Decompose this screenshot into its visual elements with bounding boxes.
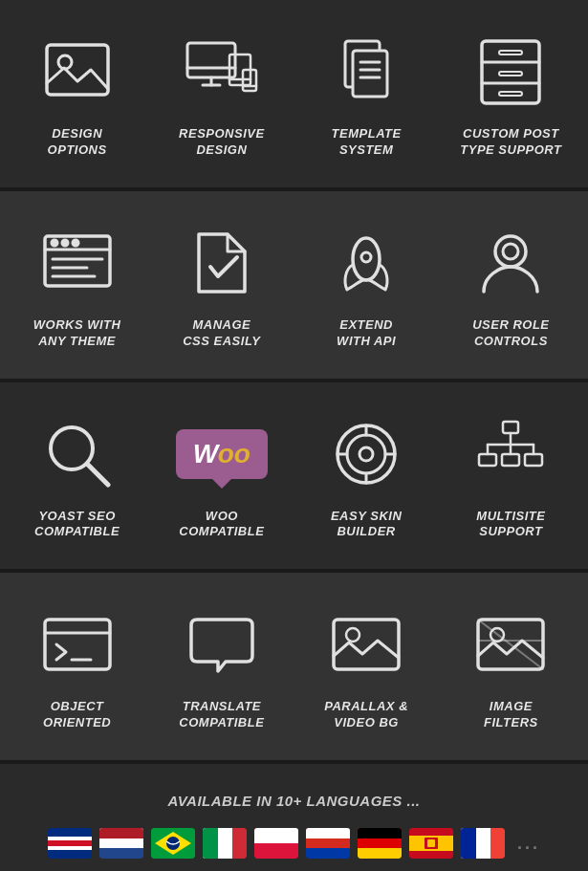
svg-point-29 [353, 238, 380, 280]
languages-title: AVAILABLE IN 10+ LANGUAGES ... [19, 793, 569, 809]
svg-rect-73 [203, 828, 218, 859]
parallax-icon [323, 601, 409, 687]
feature-row-4: OBJECTORIENTED TRANSLATECOMPATIBLE PARAL… [0, 573, 588, 760]
svg-point-37 [359, 447, 373, 461]
feature-works-theme: WORKS WITHANY THEME [10, 210, 144, 359]
svg-rect-51 [45, 620, 110, 669]
svg-point-32 [503, 244, 518, 259]
more-languages: ... [517, 834, 540, 854]
feature-row-3: YOAST SEOCOMPATIBLE Woo WOOCOMPATIBLE EA… [0, 382, 588, 570]
works-theme-label: WORKS WITHANY THEME [33, 317, 121, 350]
object-label: OBJECTORIENTED [43, 699, 111, 731]
feature-user-role: USER ROLECONTROLS [444, 210, 578, 359]
translate-icon [179, 601, 265, 687]
image-filters-label: IMAGEFILTERS [484, 699, 538, 731]
svg-point-23 [52, 240, 57, 246]
skin-label: EASY SKINBUILDER [331, 509, 402, 541]
custom-post-label: CUSTOM POSTTYPE SUPPORT [460, 126, 561, 159]
feature-translate: TRANSLATECOMPATIBLE [154, 592, 289, 741]
woo-icon: Woo [179, 411, 265, 497]
feature-image-filters: IMAGEFILTERS [444, 592, 578, 741]
svg-rect-0 [47, 45, 108, 95]
svg-rect-48 [479, 454, 496, 466]
feature-design-options: DESIGN OPTIONS [10, 19, 144, 168]
feature-row-1: DESIGN OPTIONS RESPONSIVEDESIGN [0, 0, 588, 187]
flag-germany [358, 828, 402, 859]
svg-point-31 [495, 236, 526, 267]
theme-icon [34, 220, 120, 306]
svg-line-58 [478, 620, 543, 669]
responsive-label: RESPONSIVEDESIGN [179, 126, 265, 159]
flag-russia [306, 828, 350, 859]
design-options-label: DESIGN OPTIONS [48, 126, 107, 159]
svg-point-24 [62, 240, 68, 246]
svg-rect-19 [499, 72, 522, 76]
multisite-label: MULTISITESUPPORT [476, 509, 545, 541]
svg-point-55 [346, 628, 359, 642]
user-role-label: USER ROLECONTROLS [472, 317, 549, 350]
feature-css: MANAGECSS EASILY [154, 210, 289, 359]
svg-rect-20 [499, 92, 522, 96]
svg-rect-54 [334, 620, 399, 669]
feature-object: OBJECTORIENTED [10, 592, 144, 741]
feature-custom-post: CUSTOM POSTTYPE SUPPORT [444, 19, 578, 168]
responsive-icon [179, 29, 265, 115]
svg-rect-85 [427, 839, 435, 847]
flag-poland [254, 828, 298, 859]
feature-yoast: YOAST SEOCOMPATIBLE [10, 402, 144, 551]
woo-label: WOOCOMPATIBLE [179, 509, 264, 541]
svg-rect-81 [358, 828, 402, 838]
translate-label: TRANSLATECOMPATIBLE [179, 699, 264, 731]
multisite-icon [468, 411, 554, 497]
svg-point-36 [347, 435, 385, 473]
svg-rect-88 [461, 828, 476, 859]
api-label: EXTENDWITH API [337, 317, 396, 350]
flag-costa-rica [48, 828, 92, 859]
svg-rect-63 [48, 837, 92, 840]
user-role-icon [468, 220, 554, 306]
terminal-icon [34, 601, 120, 687]
svg-rect-42 [503, 422, 518, 433]
languages-section: AVAILABLE IN 10+ LANGUAGES ... [0, 764, 588, 871]
svg-rect-67 [99, 828, 143, 838]
search-icon [34, 411, 120, 497]
svg-line-34 [87, 464, 108, 485]
feature-woo: Woo WOOCOMPATIBLE [154, 402, 289, 551]
yoast-label: YOAST SEOCOMPATIBLE [34, 509, 120, 541]
flag-italy [203, 828, 247, 859]
svg-rect-49 [502, 454, 519, 466]
flag-brazil [151, 828, 195, 859]
svg-point-30 [361, 252, 371, 262]
api-icon [323, 220, 409, 306]
feature-api: EXTENDWITH API [299, 210, 434, 359]
flags-row: ... [19, 828, 569, 859]
template-icon [323, 29, 409, 115]
feature-template: TEMPLATESYSTEM [299, 19, 434, 168]
feature-responsive: RESPONSIVEDESIGN [154, 19, 289, 168]
svg-rect-18 [499, 51, 522, 54]
feature-row-2: WORKS WITHANY THEME MANAGECSS EASILY EXT… [0, 191, 588, 379]
flag-spain [409, 828, 453, 859]
flag-netherlands [99, 828, 143, 859]
svg-rect-64 [48, 846, 92, 850]
flag-france [461, 828, 505, 859]
css-label: MANAGECSS EASILY [183, 317, 260, 350]
image-icon [34, 29, 120, 115]
feature-multisite: MULTISITESUPPORT [444, 402, 578, 551]
post-type-icon [468, 29, 554, 115]
parallax-label: PARALLAX &VIDEO BG [324, 699, 408, 731]
css-icon [179, 220, 265, 306]
svg-point-25 [73, 240, 78, 246]
svg-rect-75 [254, 828, 298, 843]
svg-rect-50 [525, 454, 542, 466]
template-label: TEMPLATESYSTEM [332, 126, 402, 159]
feature-parallax: PARALLAX &VIDEO BG [299, 592, 434, 741]
skin-icon [323, 411, 409, 497]
svg-rect-11 [353, 51, 387, 97]
image-filter-icon [468, 601, 554, 687]
svg-rect-2 [187, 43, 235, 77]
svg-rect-78 [306, 828, 350, 838]
feature-skin: EASY SKINBUILDER [299, 402, 434, 551]
